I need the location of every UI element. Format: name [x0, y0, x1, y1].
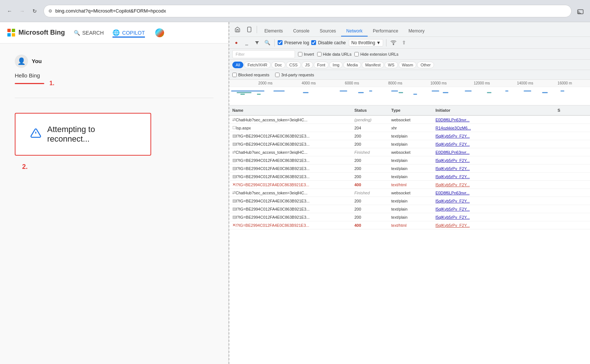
- record-button[interactable]: ●: [232, 39, 240, 47]
- hide-data-checkbox[interactable]: [317, 52, 322, 56]
- type-btn-js[interactable]: JS: [302, 62, 313, 68]
- tab-performance[interactable]: Performance: [368, 26, 403, 37]
- row-status: 200: [354, 134, 391, 138]
- table-row[interactable]: ▨ l?IG=BE2994C012FA4E0C863B921E3... 200 …: [229, 132, 590, 140]
- third-party-checkbox[interactable]: [275, 73, 280, 77]
- row-initiator[interactable]: l5qlKyb5rPv_F2Y...: [435, 158, 558, 163]
- col-status[interactable]: Status: [354, 108, 391, 112]
- table-row[interactable]: ▨ l?IG=BE2994C012FA4E0C863B921E3... 200 …: [229, 164, 590, 173]
- row-initiator[interactable]: E0D8f6LPn63nvr...: [435, 118, 558, 122]
- row-status: 200: [354, 158, 391, 163]
- hide-ext-label[interactable]: Hide extension URLs: [354, 52, 398, 56]
- tab-network[interactable]: Network: [341, 26, 368, 37]
- row-type: text/plain: [391, 134, 435, 138]
- preserve-log-checkbox[interactable]: [278, 40, 282, 45]
- type-btn-font[interactable]: Font: [314, 62, 329, 68]
- col-initiator[interactable]: Initiator: [435, 108, 558, 112]
- row-initiator[interactable]: E0D8f6LPn63nvr...: [435, 150, 558, 155]
- col-name[interactable]: Name: [232, 108, 354, 112]
- table-row[interactable]: ⇄ ChatHub?sec_access_token=3eiqlHC... Fi…: [229, 148, 590, 156]
- search-icon: 🔍: [74, 30, 80, 36]
- type-btn-fetch[interactable]: Fetch/XHR: [244, 62, 271, 68]
- table-row[interactable]: ▨ l?IG=BE2994C012FA4E0C863B921E3... 200 …: [229, 205, 590, 213]
- clear-button[interactable]: ⎯: [243, 39, 251, 47]
- wifi-icon-btn[interactable]: [389, 39, 398, 47]
- invert-checkbox[interactable]: [298, 52, 302, 56]
- type-btn-manifest[interactable]: Manifest: [362, 62, 384, 68]
- col-size[interactable]: S: [558, 108, 587, 112]
- table-row[interactable]: ✕ l?IG=BE2994C012FA4E0C863B921E3... 400 …: [229, 181, 590, 189]
- table-row[interactable]: ▨ l?IG=BE2994C012FA4E0C863B921E3... 200 …: [229, 140, 590, 148]
- tick-14000: 14000 ms: [517, 81, 533, 85]
- nav-item-copilot[interactable]: 🌐 COPILOT: [112, 28, 145, 38]
- type-btn-all[interactable]: All: [232, 62, 243, 68]
- blocked-checkbox[interactable]: [232, 73, 237, 77]
- tab-elements[interactable]: Elements: [259, 26, 288, 37]
- disable-cache-checkbox[interactable]: [311, 40, 316, 45]
- row-initiator[interactable]: l5qlKyb5rPv_F2Y...: [435, 223, 558, 228]
- nav-item-search[interactable]: 🔍 SEARCH: [74, 28, 104, 37]
- hide-data-label[interactable]: Hide data URLs: [317, 52, 352, 56]
- type-btn-img[interactable]: Img: [329, 62, 343, 68]
- bing-logo-text: Microsoft Bing: [18, 29, 65, 37]
- blocked-label[interactable]: Blocked requests: [232, 73, 269, 77]
- type-btn-css[interactable]: CSS: [286, 62, 301, 68]
- upload-button[interactable]: ⇧: [400, 39, 408, 47]
- row-name: ▨ l?IG=BE2994C012FA4E0C863B921E3...: [232, 174, 354, 179]
- search-network-button[interactable]: 🔍: [263, 39, 271, 47]
- third-party-label[interactable]: 3rd-party requests: [275, 73, 314, 77]
- forward-button[interactable]: →: [17, 6, 27, 16]
- row-initiator[interactable]: l5qlKyb5rPv_F2Y...: [435, 166, 558, 171]
- third-party-text: 3rd-party requests: [281, 73, 314, 77]
- table-row[interactable]: ⇄ ChatHub?sec_access_token=3eiqlHC... Fi…: [229, 189, 590, 197]
- type-btn-wasm[interactable]: Wasm: [399, 62, 417, 68]
- col-type[interactable]: Type: [391, 108, 435, 112]
- type-btn-ws[interactable]: WS: [385, 62, 398, 68]
- throttle-selector[interactable]: No throttling ▼: [349, 39, 384, 46]
- table-row[interactable]: ☐ lsp.aspx 204 xhr R14ozkkie3OzM6...: [229, 124, 590, 132]
- preserve-log-label[interactable]: Preserve log: [278, 40, 309, 45]
- row-status: 200: [354, 166, 391, 171]
- table-row[interactable]: ⇄ ChatHub?sec_access_token=3eiqlHC... (p…: [229, 116, 590, 124]
- type-btn-other[interactable]: Other: [417, 62, 434, 68]
- type-btn-doc[interactable]: Doc: [271, 62, 285, 68]
- table-row[interactable]: ✕ l?IG=BE2994C012FA4E0C863B921E3... 400 …: [229, 221, 590, 229]
- address-bar[interactable]: ⚙ bing.com/chat?q=Microsoft+Copilot&FORM…: [44, 5, 572, 17]
- tab-console[interactable]: Console: [288, 26, 315, 37]
- table-row[interactable]: ▨ l?IG=BE2994C012FA4E0C863B921E3... 200 …: [229, 213, 590, 221]
- table-row[interactable]: ▨ l?IG=BE2994C012FA4E0C863B921E3... 200 …: [229, 173, 590, 181]
- row-initiator[interactable]: l5qlKyb5rPv_F2Y...: [435, 142, 558, 146]
- type-btn-media[interactable]: Media: [343, 62, 361, 68]
- row-initiator[interactable]: l5qlKyb5rPv_F2Y...: [435, 174, 558, 179]
- inspect-element-button[interactable]: [232, 24, 243, 35]
- disable-cache-label[interactable]: Disable cache: [311, 40, 346, 45]
- tab-memory[interactable]: Memory: [403, 26, 430, 37]
- row-initiator[interactable]: l5qlKyb5rPv_F2Y...: [435, 215, 558, 219]
- row-initiator[interactable]: l5qlKyb5rPv_F2Y...: [435, 183, 558, 187]
- red-underline: [15, 83, 44, 84]
- row-initiator[interactable]: l5qlKyb5rPv_F2Y...: [435, 134, 558, 138]
- table-row[interactable]: ▨ l?IG=BE2994C012FA4E0C863B921E3... 200 …: [229, 197, 590, 205]
- filter-input[interactable]: [232, 50, 295, 58]
- tab-sources[interactable]: Sources: [315, 26, 341, 37]
- bing-page: Microsoft Bing 🔍 SEARCH 🌐 COPILOT 👤 You: [0, 22, 229, 364]
- row-status: 200: [354, 199, 391, 203]
- back-button[interactable]: ←: [4, 6, 15, 16]
- svg-rect-9: [303, 92, 309, 93]
- invert-label[interactable]: Invert: [298, 52, 314, 56]
- table-row[interactable]: ▨ l?IG=BE2994C012FA4E0C863B921E3... 200 …: [229, 156, 590, 164]
- dt-tabs: Elements Console Sources Network Perform…: [259, 22, 587, 37]
- timeline-ruler: 2000 ms 4000 ms 6000 ms 8000 ms 10000 ms…: [229, 80, 590, 87]
- blocked-text: Blocked requests: [238, 73, 269, 77]
- row-initiator[interactable]: R14ozkkie3OzM6...: [435, 126, 558, 130]
- hide-ext-checkbox[interactable]: [354, 52, 359, 56]
- row-initiator[interactable]: l5qlKyb5rPv_F2Y...: [435, 207, 558, 211]
- bing-logo: Microsoft Bing: [7, 29, 65, 37]
- row-initiator[interactable]: E0D8f6LPn63nvr...: [435, 191, 558, 195]
- row-initiator[interactable]: l5qlKyb5rPv_F2Y...: [435, 199, 558, 203]
- cast-button[interactable]: [575, 6, 586, 16]
- filter-button[interactable]: [253, 39, 261, 47]
- device-toggle-button[interactable]: [244, 24, 254, 35]
- refresh-button[interactable]: ↻: [30, 6, 40, 16]
- tick-2000: 2000 ms: [258, 81, 273, 85]
